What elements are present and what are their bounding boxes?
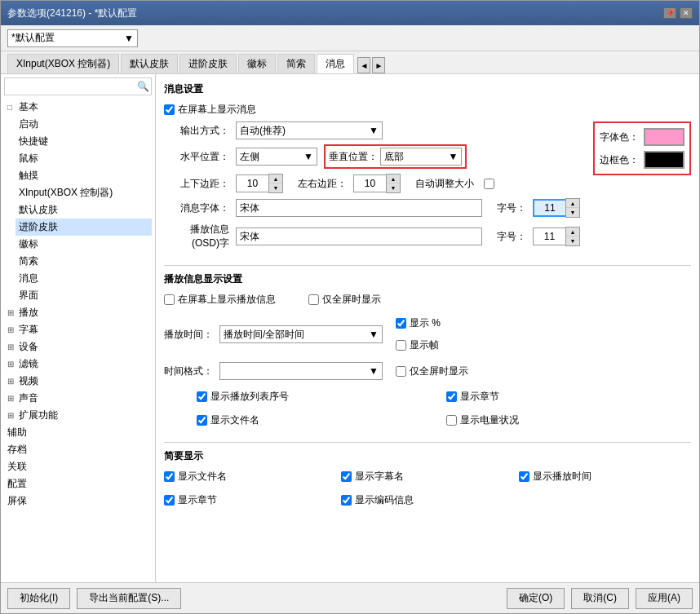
left-right-margin-down-btn[interactable]: ▼ bbox=[387, 183, 400, 192]
sidebar-item-screensaver[interactable]: 屏保 bbox=[4, 493, 152, 510]
show-percent-checkbox[interactable] bbox=[396, 318, 406, 329]
sidebar-item-basic[interactable]: □ 基本 bbox=[4, 99, 152, 116]
summary-show-encoding-checkbox[interactable] bbox=[341, 495, 352, 506]
fullscreen-only2-checkbox[interactable] bbox=[396, 366, 406, 377]
time-format-arrow-icon: ▼ bbox=[369, 365, 379, 377]
font-size-up-btn[interactable]: ▲ bbox=[566, 199, 579, 208]
sidebar-label-association: 关联 bbox=[7, 460, 27, 474]
summary-show-subtitle-checkbox[interactable] bbox=[341, 471, 352, 482]
playback-show-on-screen-label: 在屏幕上显示播放信息 bbox=[178, 293, 276, 307]
font-size-down-btn[interactable]: ▼ bbox=[566, 208, 579, 217]
expander-subtitle-icon: ⊞ bbox=[7, 325, 17, 334]
tab-advanced-skin[interactable]: 进阶皮肤 bbox=[179, 54, 237, 73]
expander-audio-icon: ⊞ bbox=[7, 394, 17, 403]
summary-show-playback-time-label: 显示播放时间 bbox=[533, 470, 591, 484]
sidebar-item-touch[interactable]: 触摸 bbox=[16, 167, 152, 184]
top-bottom-margin-up-btn[interactable]: ▲ bbox=[269, 174, 282, 183]
auto-resize-checkbox[interactable] bbox=[484, 179, 494, 189]
main-content: 🔍 □ 基本 启动 快捷键 鼠标 触摸 XIn bbox=[1, 74, 699, 582]
sidebar-item-device[interactable]: ⊞ 设备 bbox=[4, 338, 152, 356]
tab-default-skin[interactable]: 默认皮肤 bbox=[121, 54, 178, 73]
tab-prev-button[interactable]: ◄ bbox=[357, 57, 370, 73]
sidebar-item-message[interactable]: 消息 bbox=[16, 270, 152, 287]
show-playlist-num-checkbox[interactable] bbox=[197, 391, 207, 402]
border-color-row: 边框色： bbox=[600, 151, 684, 169]
h-position-dropdown[interactable]: 左侧 ▼ bbox=[236, 148, 317, 166]
sidebar-item-badge[interactable]: 徽标 bbox=[16, 236, 152, 253]
time-format-dropdown[interactable]: ▼ bbox=[219, 362, 383, 380]
preset-dropdown[interactable]: *默认配置 ▼ bbox=[7, 29, 138, 47]
bottom-bar: 初始化(I) 导出当前配置(S)... 确定(O) 取消(C) 应用(A) bbox=[1, 582, 699, 613]
sidebar-item-simple[interactable]: 简索 bbox=[16, 253, 152, 270]
osd-font-size-up-btn[interactable]: ▲ bbox=[566, 227, 579, 236]
fullscreen-only-checkbox[interactable] bbox=[308, 294, 319, 305]
sidebar-label-touch: 触摸 bbox=[19, 169, 38, 183]
show-on-screen-checkbox[interactable] bbox=[164, 104, 175, 115]
search-input[interactable] bbox=[5, 81, 134, 92]
tab-next-button[interactable]: ► bbox=[372, 57, 385, 73]
sidebar-label-badge: 徽标 bbox=[19, 237, 38, 251]
sidebar-item-audio[interactable]: ⊞ 声音 bbox=[4, 390, 152, 407]
border-color-picker[interactable] bbox=[644, 151, 684, 169]
sidebar-item-mouse[interactable]: 鼠标 bbox=[16, 150, 152, 167]
close-button[interactable]: ✕ bbox=[680, 7, 693, 19]
show-chapters-row: 显示章节 bbox=[446, 390, 691, 404]
apply-button[interactable]: 应用(A) bbox=[636, 588, 693, 609]
osd-font-value: 宋体 bbox=[240, 230, 259, 244]
sidebar-item-advanced-skin[interactable]: 进阶皮肤 bbox=[16, 219, 152, 236]
sidebar-item-interface[interactable]: 界面 bbox=[16, 287, 152, 304]
sidebar-item-extensions[interactable]: ⊞ 扩展功能 bbox=[4, 407, 152, 424]
export-button[interactable]: 导出当前配置(S)... bbox=[77, 588, 181, 609]
summary-show-chapters-checkbox[interactable] bbox=[164, 495, 175, 506]
sidebar-item-shortcuts[interactable]: 快捷键 bbox=[16, 133, 152, 150]
divider-1 bbox=[164, 265, 691, 266]
sidebar-item-playback[interactable]: ⊞ 播放 bbox=[4, 304, 152, 321]
sidebar-item-xinput[interactable]: XInput(XBOX 控制器) bbox=[16, 184, 152, 201]
sidebar-item-archive[interactable]: 存档 bbox=[4, 441, 152, 458]
sidebar-item-startup[interactable]: 启动 bbox=[16, 116, 152, 133]
output-method-dropdown[interactable]: 自动(推荐) ▼ bbox=[236, 121, 383, 139]
font-size-input[interactable] bbox=[533, 199, 565, 217]
sidebar-item-assist[interactable]: 辅助 bbox=[4, 424, 152, 441]
sidebar-label-extensions: 扩展功能 bbox=[19, 409, 58, 422]
sidebar-item-association[interactable]: 关联 bbox=[4, 458, 152, 475]
show-chapters-checkbox[interactable] bbox=[446, 391, 457, 402]
ok-button[interactable]: 确定(O) bbox=[507, 588, 565, 609]
tab-badge[interactable]: 徽标 bbox=[238, 54, 276, 73]
expander-playback-icon: ⊞ bbox=[7, 308, 17, 317]
v-position-dropdown[interactable]: 底部 ▼ bbox=[380, 148, 462, 166]
playback-time-dropdown[interactable]: 播放时间/全部时间 ▼ bbox=[219, 325, 383, 343]
font-color-picker[interactable] bbox=[644, 128, 684, 146]
sidebar-item-config[interactable]: 配置 bbox=[4, 475, 152, 493]
playback-info-section: 播放信息显示设置 在屏幕上显示播放信息 仅全屏时显示 播放时间： bbox=[164, 272, 691, 432]
left-right-margin-input[interactable] bbox=[353, 174, 386, 192]
sidebar-item-filter[interactable]: ⊞ 滤镜 bbox=[4, 356, 152, 373]
summary-show-filename-label: 显示文件名 bbox=[178, 470, 227, 484]
osd-font-size-down-btn[interactable]: ▼ bbox=[566, 236, 579, 245]
sidebar-item-subtitle[interactable]: ⊞ 字幕 bbox=[4, 321, 152, 338]
font-size-spin-btns: ▲ ▼ bbox=[565, 198, 580, 218]
show-filename-checkbox[interactable] bbox=[197, 415, 207, 426]
left-right-margin-up-btn[interactable]: ▲ bbox=[387, 174, 400, 183]
message-settings-title: 消息设置 bbox=[164, 82, 691, 96]
show-battery-checkbox[interactable] bbox=[446, 415, 457, 426]
top-bottom-margin-down-btn[interactable]: ▼ bbox=[269, 183, 282, 192]
cancel-button[interactable]: 取消(C) bbox=[571, 588, 629, 609]
sidebar-label-audio: 声音 bbox=[19, 391, 38, 405]
tabs-bar: XInput(XBOX 控制器) 默认皮肤 进阶皮肤 徽标 简索 消息 ◄ ► bbox=[1, 51, 699, 74]
summary-show-playback-time-checkbox[interactable] bbox=[519, 471, 529, 482]
sidebar-item-video[interactable]: ⊞ 视频 bbox=[4, 373, 152, 390]
init-button[interactable]: 初始化(I) bbox=[7, 588, 70, 609]
playback-show-on-screen-checkbox[interactable] bbox=[164, 294, 175, 305]
sidebar-label-archive: 存档 bbox=[7, 443, 27, 457]
osd-font-size-input[interactable] bbox=[533, 227, 565, 245]
sidebar-item-default-skin[interactable]: 默认皮肤 bbox=[16, 201, 152, 219]
tab-simple[interactable]: 简索 bbox=[277, 54, 315, 73]
tab-message[interactable]: 消息 bbox=[317, 54, 354, 73]
show-frames-checkbox[interactable] bbox=[396, 340, 406, 351]
tab-xinput[interactable]: XInput(XBOX 控制器) bbox=[7, 54, 119, 73]
pin-button[interactable]: 📌 bbox=[663, 7, 676, 19]
main-window: 参数选项(241216) - *默认配置 📌 ✕ *默认配置 ▼ XInput(… bbox=[0, 0, 700, 614]
top-bottom-margin-input[interactable] bbox=[236, 174, 268, 192]
summary-show-filename-checkbox[interactable] bbox=[164, 471, 175, 482]
